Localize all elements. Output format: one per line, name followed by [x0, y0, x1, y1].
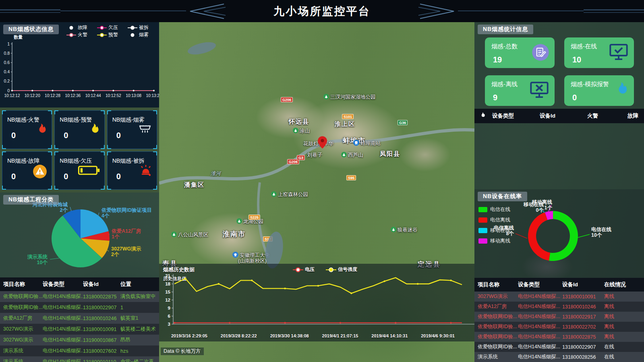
corner-bracket	[101, 110, 105, 114]
monitor-x-icon	[529, 81, 550, 100]
flame-yellow-icon	[87, 123, 100, 139]
svg-text:10:12:36: 10:12:36	[65, 93, 81, 98]
legend-item-烟雾[interactable]: 烟雾	[128, 31, 158, 38]
corner-bracket	[101, 151, 105, 155]
legend-line-marker	[293, 267, 303, 273]
column-header: 在线情况	[604, 281, 641, 288]
legend-line-marker	[128, 25, 137, 30]
svg-text:10:12:52: 10:12:52	[106, 93, 121, 98]
donut-slice-电信离线[interactable]	[528, 212, 550, 261]
history-legend-item-电压[interactable]: 电压	[293, 266, 315, 273]
table-row[interactable]: 依爱物联网ID验...电信H14N感烟探...131800022875满负载实验…	[0, 291, 159, 302]
corner-bracket	[107, 151, 111, 155]
history-legend-item-信号强度[interactable]: 信号强度	[326, 266, 357, 273]
map-city-label-怀远县: 怀远县	[289, 118, 309, 126]
column-header: 设备Id	[540, 112, 587, 120]
corner-bracket	[54, 145, 58, 149]
legend-item-故障[interactable]: 故障	[66, 24, 97, 31]
table-row[interactable]: 依爱物联网ID验...电信H14N感烟探...131800022907在线	[474, 342, 644, 352]
legend-label: 被拆	[139, 24, 149, 31]
table-cell: 离线	[604, 313, 641, 320]
donut-legend-item-移动在线[interactable]: 移动在线	[478, 227, 510, 234]
table-row[interactable]: 依爱物联网ID验...电信H14N感烟探...1318000229071	[0, 302, 159, 313]
status-card-NB烟感-故障: NB烟感-故障 0	[2, 151, 52, 190]
corner-bracket	[107, 145, 111, 149]
legend-label: 电信离线	[490, 217, 510, 223]
table-row[interactable]: 演示系统电信H14N感烟探...131800027602hzs	[0, 345, 159, 356]
stats-panel: NB烟感统计信息 烟感-总数 19 烟感-在线 10 烟感-离线 9 烟感-模拟…	[474, 22, 644, 189]
table-row[interactable]: 依爱A12厂房电信H14N感烟探...131800010246毓英室1	[0, 313, 159, 324]
table-header-row: 项目名称设备类型设备Id位置	[0, 277, 159, 291]
svg-text:10:13:08: 10:13:08	[126, 93, 141, 98]
table-row[interactable]: 依爱物联网ID验...电信H14N感烟探...131800022917离线	[474, 312, 644, 322]
scenic-marker-icon	[341, 152, 347, 159]
table-cell: 电信H14N感烟探...	[518, 343, 562, 350]
table-cell: 依爱物联网ID验...	[478, 343, 518, 350]
svg-text:15: 15	[165, 290, 170, 294]
status-card-NB烟感-火警: NB烟感-火警 0	[2, 110, 52, 149]
donut-legend-item-移动离线[interactable]: 移动离线	[478, 238, 510, 244]
svg-text:10:12:28: 10:12:28	[45, 93, 60, 98]
column-header: 项目名称	[3, 281, 43, 288]
legend-label: 故障	[78, 24, 87, 31]
flame-white-icon	[474, 112, 492, 121]
corner-bracket	[48, 151, 52, 155]
svg-text:电信在线: 电信在线	[591, 227, 612, 232]
x-axis-label: 2019/4/1 21:07:15	[322, 333, 358, 338]
poi-label-text: 上窑森林公园	[278, 191, 308, 198]
map-pin-marker[interactable]	[318, 136, 327, 150]
table-cell: 离线	[604, 293, 641, 300]
table-cell: 131800022875	[83, 294, 120, 300]
stats-panel-title: NB烟感统计信息	[478, 25, 533, 34]
legend-item-预警[interactable]: 预警	[97, 31, 128, 38]
status-panel-title: NB烟感状态信息	[3, 25, 59, 34]
table-row[interactable]: 依爱A12厂房电信H14N感烟探...131800010246离线	[474, 302, 644, 312]
table-cell: 电信H14N感烟探...	[43, 358, 83, 362]
table-cell: 131900010867	[83, 337, 120, 343]
history-line-chart: 36912151821	[159, 273, 474, 331]
donut-slice-电信在线[interactable]	[549, 211, 578, 261]
donut-legend-item-电信在线[interactable]: 电信在线	[478, 206, 510, 213]
legend-line-marker	[66, 33, 76, 37]
monitor-check-icon	[608, 43, 629, 62]
table-row[interactable]: 演示系统电信H14N感烟探...131800028256在线	[474, 352, 644, 362]
dashboard-stage: 怀远县淮上区蚌埠市凤阳县潘集区淮南市寿县定远县三汊河国家湿地公园涂山花鼓灯嘉年华…	[0, 22, 644, 362]
table-cell: 毓英室1	[120, 315, 156, 322]
svg-text:3027WG演示: 3027WG演示	[111, 246, 141, 252]
legend-item-被拆[interactable]: 被拆	[128, 24, 158, 31]
table-row[interactable]: 依爱物联网ID验...电信H14N感烟探...131800022875离线	[474, 332, 644, 342]
table-row[interactable]: 3027WG演示电信H14N感烟探...131900010867昂昂	[0, 335, 159, 345]
poi-label-text: 淮河	[211, 170, 221, 177]
table-row[interactable]: 依爱物联网ID验...电信H14N感烟探...131800022702离线	[474, 322, 644, 332]
svg-text:2个: 2个	[111, 252, 119, 257]
table-cell: 演示系统	[478, 354, 518, 360]
x-axis-label: 2019/4/4 14:10:31	[371, 333, 408, 338]
table-cell: 在线	[604, 343, 641, 350]
doc-edit-icon	[531, 43, 550, 63]
table-row[interactable]: 3027WG演示电信H14N感烟探...131800010091毓英楼二楼美术.…	[0, 324, 159, 335]
svg-text:0.4: 0.4	[4, 69, 10, 74]
donut-legend-item-电信离线[interactable]: 电信离线	[478, 217, 510, 223]
corner-bracket	[2, 151, 6, 155]
column-header: 火警	[587, 112, 627, 120]
header: 九小场所监控平台	[0, 0, 644, 22]
legend-item-火警[interactable]: 火警	[66, 31, 97, 38]
corner-bracket	[48, 186, 52, 190]
legend-item-欠压[interactable]: 欠压	[97, 24, 128, 31]
stat-label: 烟感-总数	[491, 43, 518, 50]
table-row[interactable]: 演示系统电信H14N感烟探...131800010110食堂--楼二次再	[0, 356, 159, 362]
svg-text:10:12:12: 10:12:12	[4, 93, 20, 98]
svg-text:9: 9	[168, 306, 170, 310]
stat-label: 烟感-模拟报警	[571, 81, 609, 88]
legend-line-marker	[97, 25, 107, 30]
table-cell: 演示系统	[3, 348, 43, 354]
poi-label-text: 西芦山	[348, 152, 363, 159]
table-row[interactable]: 3027WG演示电信H14N感烟探...131800010091离线	[474, 292, 644, 302]
legend-swatch	[478, 207, 487, 212]
table-cell: 131800022875	[562, 334, 604, 340]
svg-text:演示系统: 演示系统	[27, 254, 48, 260]
online-rate-panel: NB设备在线率 电信在线 电信离线 移动在线 移动离线 电信在线10个电信离线8…	[474, 189, 644, 278]
stat-card-烟感-在线: 烟感-在线 10	[564, 37, 634, 68]
table-cell: 电信H14N感烟探...	[518, 333, 562, 340]
table-cell: 依爱物联网ID验...	[478, 313, 518, 320]
